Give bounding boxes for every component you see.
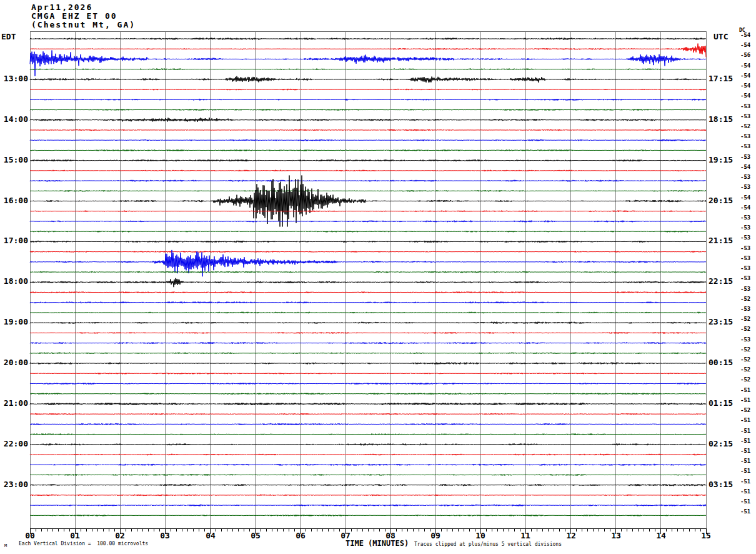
utc-time-label: 00:15	[709, 358, 739, 367]
seismogram-trace	[30, 170, 706, 171]
x-tick-label: 11	[515, 531, 535, 540]
seismogram-trace	[30, 211, 706, 213]
seismogram-trace	[30, 332, 706, 334]
seismogram-trace	[30, 176, 706, 227]
seismogram-trace	[30, 291, 706, 293]
x-tick-label: 02	[110, 531, 130, 540]
seismogram-trace	[30, 251, 706, 252]
dc-value: -54	[740, 204, 756, 211]
dc-value: -51	[740, 468, 756, 474]
seismogram-plot	[0, 0, 756, 554]
seismogram-trace	[30, 515, 706, 516]
seismogram-trace	[30, 423, 706, 425]
seismogram-trace	[30, 474, 706, 476]
dc-value: -52	[740, 376, 756, 383]
dc-value: -53	[740, 184, 756, 190]
x-tick-label: 04	[201, 531, 221, 540]
dc-value: -52	[740, 326, 756, 332]
clip-note: Traces clipped at plus/minus 5 vertical …	[414, 541, 562, 547]
seismogram-trace	[30, 190, 706, 192]
seismogram-trace	[30, 221, 706, 223]
seismogram-trace	[30, 383, 706, 385]
dc-value: -54	[740, 32, 756, 38]
seismogram-trace	[30, 454, 706, 456]
dc-value: -54	[740, 73, 756, 79]
dc-value: -53	[740, 113, 756, 119]
utc-time-label: 17:15	[709, 74, 739, 83]
seismogram-trace	[30, 312, 706, 314]
seismogram-trace	[30, 180, 706, 182]
seismogram-trace	[30, 413, 706, 415]
dc-value: -52	[740, 407, 756, 413]
dc-value: -53	[740, 336, 756, 343]
seismogram-trace	[30, 89, 706, 90]
dc-value: -53	[740, 174, 756, 180]
seismogram-trace	[30, 129, 706, 131]
seismogram-trace	[30, 484, 706, 486]
dc-value: -53	[740, 143, 756, 149]
scale-note: Each Vertical Division = 100.00 microvol…	[19, 541, 148, 546]
dc-value: -53	[740, 245, 756, 251]
footer-mark: M	[4, 543, 7, 548]
seismogram-trace	[30, 149, 706, 151]
dc-value: -53	[740, 255, 756, 261]
seismogram-trace	[30, 76, 706, 83]
edt-time-label: 23:00	[0, 480, 28, 489]
dc-value: -53	[740, 234, 756, 241]
x-tick-label: 09	[425, 531, 445, 540]
x-axis-title: TIME (MINUTES)	[346, 539, 409, 548]
dc-value: -53	[740, 265, 756, 271]
dc-value: -53	[740, 286, 756, 292]
dc-value: -51	[740, 438, 756, 444]
edt-time-label: 20:00	[0, 358, 28, 367]
seismogram-trace	[30, 241, 706, 243]
dc-value: -53	[740, 133, 756, 139]
x-axis	[30, 528, 706, 534]
seismogram-trace	[30, 231, 706, 233]
dc-value: -56	[740, 52, 756, 58]
seismogram-trace	[30, 443, 706, 445]
dc-value: -52	[740, 296, 756, 302]
utc-time-label: 03:15	[709, 480, 739, 489]
x-tick-label: 06	[291, 531, 311, 540]
seismogram-trace	[30, 433, 706, 435]
utc-time-label: 01:15	[709, 399, 739, 408]
seismogram-trace	[30, 403, 706, 405]
dc-value: -53	[740, 275, 756, 281]
dc-value: -51	[740, 387, 756, 393]
dc-value: -51	[740, 448, 756, 454]
utc-time-label: 23:15	[709, 318, 739, 326]
seismogram-trace	[30, 38, 706, 39]
dc-value: -54	[740, 194, 756, 201]
dc-value: -51	[740, 417, 756, 423]
seismogram-trace	[30, 495, 706, 496]
x-tick-label: 13	[606, 531, 626, 540]
dc-value: -54	[740, 164, 756, 170]
seismogram-trace	[30, 99, 706, 101]
seismogram-trace	[30, 68, 706, 70]
dc-value: -51	[740, 458, 756, 464]
x-tick-label: 10	[470, 531, 490, 540]
dc-value: -53	[740, 103, 756, 109]
x-tick-label: 03	[155, 531, 175, 540]
x-tick-label: 15	[696, 531, 716, 540]
dc-value: -51	[740, 397, 756, 403]
edt-time-label: 17:00	[0, 236, 28, 245]
dc-value: -51	[740, 428, 756, 434]
seismogram-trace	[30, 271, 706, 273]
seismogram-trace	[30, 464, 706, 466]
seismogram-trace	[30, 301, 706, 303]
dc-value: -52	[740, 356, 756, 363]
dc-value: -51	[740, 488, 756, 495]
x-tick-label: 12	[561, 531, 581, 540]
utc-time-label: 02:15	[709, 440, 739, 448]
seismogram-trace	[30, 342, 706, 344]
utc-time-label: 18:15	[709, 115, 739, 124]
seismogram-trace	[30, 505, 706, 506]
helicorder-screen: Apr11,2026 CMGA EHZ ET 00 (Chestnut Mt, …	[0, 0, 756, 554]
seismogram-trace	[30, 51, 706, 76]
dc-value: -54	[740, 63, 756, 69]
dc-value: -51	[740, 508, 756, 515]
x-tick-label: 14	[651, 531, 671, 540]
edt-time-label: 13:00	[0, 74, 28, 83]
